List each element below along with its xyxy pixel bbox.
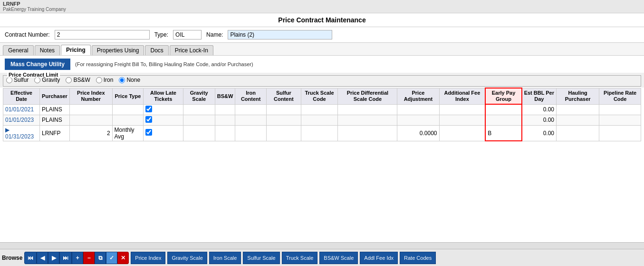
nav-last-button[interactable]: ⏭: [59, 252, 72, 264]
nav-delete-button[interactable]: −: [83, 252, 95, 264]
radio-bsw[interactable]: [66, 77, 72, 83]
est-bbl-per-day-cell[interactable]: 0.00: [522, 125, 557, 141]
nav-cancel-button[interactable]: ✕: [117, 252, 129, 264]
effective-date-cell[interactable]: 01/01/2021: [3, 104, 40, 115]
effective-date-cell[interactable]: 01/01/2023: [3, 115, 40, 125]
th-effective-date: Effective Date: [3, 88, 40, 104]
est-bbl-per-day-cell[interactable]: 0.00: [522, 115, 557, 125]
additional-fee-index-cell[interactable]: [439, 125, 485, 141]
additional-fee-index-cell[interactable]: [439, 115, 485, 125]
iron-content-cell[interactable]: [235, 115, 267, 125]
pipeline-rate-code-cell[interactable]: [599, 125, 641, 141]
bsw-cell[interactable]: [215, 104, 235, 115]
bsw-cell[interactable]: [215, 125, 235, 141]
price-adjustment-cell[interactable]: [397, 104, 439, 115]
nav-check-button[interactable]: ✓: [106, 252, 117, 264]
rate-codes-button[interactable]: Rate Codes: [400, 252, 436, 264]
tab-general[interactable]: General: [3, 45, 34, 55]
gravity-scale-button[interactable]: Gravity Scale: [167, 252, 207, 264]
price-index-number-cell[interactable]: 2: [69, 125, 112, 141]
price-type-cell[interactable]: Monthly Avg: [112, 125, 144, 141]
radio-sulfur[interactable]: [6, 77, 12, 83]
price-index-number-cell[interactable]: [69, 104, 112, 115]
nav-add-button[interactable]: +: [72, 252, 83, 264]
purchaser-cell[interactable]: PLAINS: [40, 104, 70, 115]
name-input[interactable]: [228, 30, 332, 39]
nav-copy-button[interactable]: ⧉: [95, 252, 106, 264]
radio-bsw-label[interactable]: BS&W: [66, 77, 90, 83]
radio-iron-label[interactable]: Iron: [96, 77, 114, 83]
iron-content-cell[interactable]: [235, 104, 267, 115]
price-index-button[interactable]: Price Index: [131, 252, 165, 264]
price-differential-scale-code-cell[interactable]: [338, 115, 397, 125]
table-row[interactable]: 01/01/2023PLAINS0.00: [3, 115, 641, 125]
hauling-purchaser-cell[interactable]: [557, 125, 599, 141]
est-bbl-per-day-cell[interactable]: 0.00: [522, 104, 557, 115]
pipeline-rate-code-cell[interactable]: [599, 104, 641, 115]
pricing-table-container[interactable]: Effective Date Purchaser Price Index Num…: [0, 88, 644, 242]
additional-fee-index-cell[interactable]: [439, 104, 485, 115]
addl-fee-idx-button[interactable]: Addl Fee Idx: [360, 252, 398, 264]
hauling-purchaser-cell[interactable]: [557, 115, 599, 125]
radio-none[interactable]: [119, 77, 125, 83]
nav-next-button[interactable]: ▶: [48, 252, 59, 264]
mass-change-button[interactable]: Mass Change Utility: [5, 59, 70, 70]
allow-late-tickets-cell[interactable]: [144, 104, 183, 115]
truck-scale-code-cell[interactable]: [301, 115, 338, 125]
allow-late-tickets-checkbox[interactable]: [145, 106, 152, 112]
sulfur-scale-button[interactable]: Sulfur Scale: [243, 252, 279, 264]
truck-scale-code-cell[interactable]: [301, 104, 338, 115]
tab-pricing[interactable]: Pricing: [61, 45, 91, 55]
gravity-scale-cell[interactable]: [183, 115, 215, 125]
horizontal-scrollbar[interactable]: [0, 242, 644, 249]
table-row[interactable]: 01/01/2021PLAINS0.00: [3, 104, 641, 115]
allow-late-tickets-cell[interactable]: [144, 115, 183, 125]
price-adjustment-cell[interactable]: 0.0000: [397, 125, 439, 141]
radio-iron[interactable]: [96, 77, 102, 83]
purchaser-cell[interactable]: LRNFP: [40, 125, 70, 141]
nav-prev-button[interactable]: ◀: [37, 252, 48, 264]
sulfur-content-cell[interactable]: [266, 104, 301, 115]
gravity-scale-cell[interactable]: [183, 125, 215, 141]
company-name: PakEnergy Training Company: [3, 7, 641, 12]
radio-none-label[interactable]: None: [119, 77, 140, 83]
sulfur-content-cell[interactable]: [266, 115, 301, 125]
price-adjustment-cell[interactable]: [397, 115, 439, 125]
truck-scale-button[interactable]: Truck Scale: [282, 252, 318, 264]
allow-late-tickets-checkbox[interactable]: [145, 116, 152, 123]
price-type-cell[interactable]: [112, 115, 144, 125]
radio-sulfur-label[interactable]: Sulfur: [6, 77, 29, 83]
table-row[interactable]: ▶ 01/31/2023LRNFP2Monthly Avg0.0000B0.00: [3, 125, 641, 141]
early-pay-group-cell[interactable]: B: [485, 125, 521, 141]
tab-notes[interactable]: Notes: [35, 45, 60, 55]
price-differential-scale-code-cell[interactable]: [338, 125, 397, 141]
radio-gravity[interactable]: [34, 77, 40, 83]
type-input[interactable]: [173, 30, 202, 39]
effective-date-cell[interactable]: ▶ 01/31/2023: [3, 125, 40, 141]
bsw-cell[interactable]: [215, 115, 235, 125]
sulfur-content-cell[interactable]: [266, 125, 301, 141]
pipeline-rate-code-cell[interactable]: [599, 115, 641, 125]
purchaser-cell[interactable]: PLAINS: [40, 115, 70, 125]
nav-first-button[interactable]: ⏮: [24, 252, 37, 264]
early-pay-group-cell[interactable]: [485, 115, 521, 125]
price-index-number-cell[interactable]: [69, 115, 112, 125]
price-differential-scale-code-cell[interactable]: [338, 104, 397, 115]
tab-price-lock-in[interactable]: Price Lock-In: [170, 45, 213, 55]
bsw-scale-button[interactable]: BS&W Scale: [319, 252, 358, 264]
early-pay-group-cell[interactable]: [485, 104, 521, 115]
iron-content-cell[interactable]: [235, 125, 267, 141]
hauling-purchaser-cell[interactable]: [557, 104, 599, 115]
gravity-scale-cell[interactable]: [183, 104, 215, 115]
app-name: LRNFP: [3, 1, 641, 7]
allow-late-tickets-checkbox[interactable]: [145, 129, 152, 136]
price-type-cell[interactable]: [112, 104, 144, 115]
iron-scale-button[interactable]: Iron Scale: [209, 252, 241, 264]
allow-late-tickets-cell[interactable]: [144, 125, 183, 141]
contract-number-input[interactable]: [55, 30, 150, 39]
th-allow-late-tickets: Allow Late Tickets: [144, 88, 183, 104]
tab-properties-using[interactable]: Properties Using: [92, 45, 144, 55]
tab-docs[interactable]: Docs: [145, 45, 168, 55]
truck-scale-code-cell[interactable]: [301, 125, 338, 141]
radio-gravity-label[interactable]: Gravity: [34, 77, 60, 83]
